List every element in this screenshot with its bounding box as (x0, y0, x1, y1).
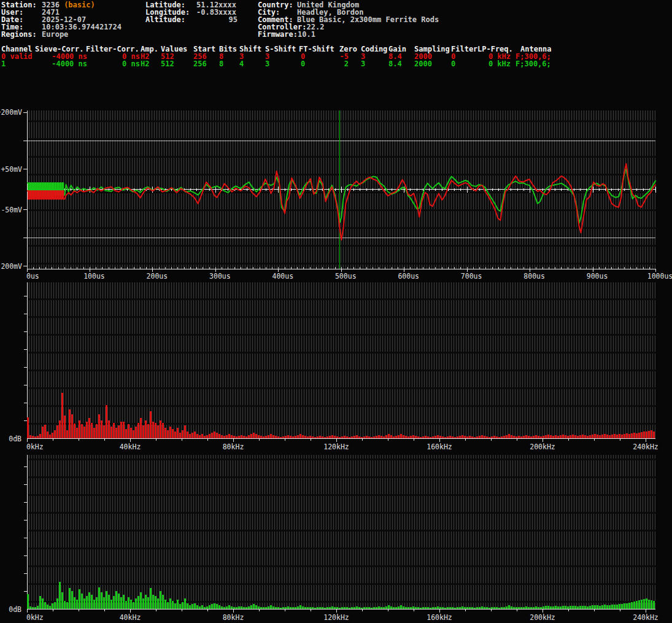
x-axis-tick-label: 300us (209, 272, 231, 281)
x-axis-tick-label: 240kHz (633, 443, 658, 451)
x-axis-tick-label: 1000us (647, 272, 672, 281)
table-cell: 3 (361, 60, 365, 68)
x-axis-tick-label: 0us (26, 272, 39, 281)
table-cell: F;300,6; (516, 60, 551, 68)
x-axis-tick-label: 400us (272, 272, 293, 281)
x-axis-tick-label: 200kHz (530, 613, 555, 622)
spectrum-chart-channel-0: 0kHz40kHz80kHz120kHz160kHz200kHz240kHz0d… (9, 282, 658, 451)
x-axis-tick-label: 0kHz (26, 443, 44, 451)
info-label: Regions: (1, 31, 42, 38)
signal-charts: +200mV+50mV-50mV-200mV0us100us200us300us… (0, 104, 672, 623)
x-axis-tick-label: 80kHz (223, 613, 244, 622)
zero-db-label: 0dB (9, 605, 21, 614)
x-axis-tick-label: 100us (83, 272, 105, 281)
info-value: 10.1 (298, 30, 315, 39)
location-info-panel: Latitude:51.12xxxxLongitude:-0.83xxxxAlt… (145, 1, 256, 26)
table-cell: 2 (344, 60, 349, 68)
table-cell: 8.4 (388, 60, 402, 68)
info-row-altitude: Altitude:95 (145, 16, 238, 23)
x-axis-tick-label: 200us (147, 272, 168, 281)
x-axis-tick-label: 120kHz (323, 443, 349, 451)
x-axis-tick-label: 200kHz (530, 443, 555, 451)
x-axis-tick-label: 700us (461, 272, 482, 281)
y-axis-tick-label: +200mV (0, 108, 22, 117)
table-header-s-shift: S-Shift (265, 45, 296, 53)
table-cell: 0 (301, 60, 305, 68)
info-label: Firmware: (258, 31, 298, 38)
info-label: Altitude: (145, 16, 196, 23)
y-axis-tick-label: -50mV (1, 206, 22, 214)
y-axis-tick-label: +50mV (1, 165, 22, 174)
x-axis-tick-label: 0kHz (26, 613, 44, 622)
table-cell: 4 (239, 60, 244, 68)
y-axis-tick-label: -200mV (0, 262, 22, 271)
zero-db-label: 0dB (9, 435, 21, 443)
table-cell: -4000 ns (52, 60, 87, 68)
table-cell: 0 kHz (489, 60, 511, 68)
x-axis-tick-label: 900us (587, 272, 608, 281)
table-cell: 256 (193, 60, 207, 68)
table-cell: 512 (161, 60, 174, 68)
info-value: 95 (196, 16, 238, 23)
table-cell: 0 valid (1, 53, 33, 60)
station-mode-badge: (basic) (60, 1, 95, 9)
info-row-firmware: Firmware:10.1 (258, 31, 315, 38)
x-axis-tick-label: 600us (398, 272, 419, 281)
channel-config-table: ChannelSieve-Corr.Filter-Corr.Amp.Values… (0, 45, 672, 70)
table-cell: 2000 (414, 60, 432, 68)
x-axis-tick-label: 500us (335, 272, 357, 281)
info-row-regions: Regions:Europe (1, 31, 68, 38)
table-cell: 3 (265, 60, 269, 68)
table-cell: 0 (451, 60, 455, 68)
info-value: Europe (42, 30, 68, 39)
station-info-panel: Station:3236 (basic)User:2471Date:2025-1… (1, 1, 142, 39)
x-axis-tick-label: 800us (523, 272, 545, 281)
x-axis-tick-label: 240kHz (633, 613, 658, 622)
x-axis-tick-label: 160kHz (427, 443, 452, 451)
x-axis-tick-label: 80kHz (223, 443, 244, 451)
x-axis-tick-label: 40kHz (120, 443, 141, 451)
table-cell: 1 (1, 60, 6, 68)
device-info-panel: Country:United KingdomCity:Headley, Bord… (258, 1, 552, 39)
table-cell: 0 ns (122, 60, 140, 68)
x-axis-tick-label: 120kHz (323, 613, 349, 622)
table-cell: 8 (219, 60, 223, 68)
table-cell: H2 (141, 60, 149, 68)
spectrum-chart-channel-1: 0kHz40kHz80kHz120kHz160kHz200kHz240kHz0d… (9, 455, 658, 622)
x-axis-tick-label: 40kHz (120, 613, 141, 622)
waveform-chart: +200mV+50mV-50mV-200mV0us100us200us300us… (0, 108, 672, 281)
x-axis-tick-label: 160kHz (427, 613, 452, 622)
